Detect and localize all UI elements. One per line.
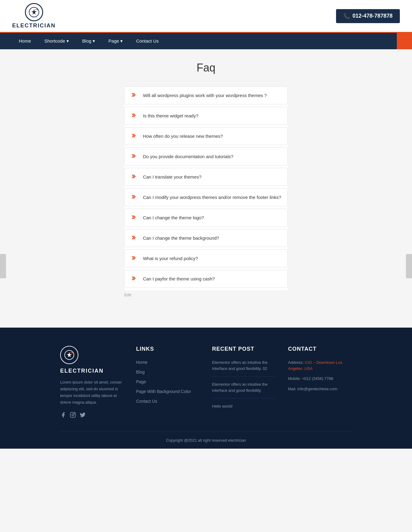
faq-chevron-icon-10	[131, 275, 138, 283]
instagram-icon[interactable]	[70, 412, 76, 419]
faq-item-7[interactable]: Can I change the theme logo?	[124, 209, 287, 227]
faq-question-2: Is this theme widget ready?	[143, 113, 198, 118]
faq-chevron-icon-2	[131, 112, 138, 120]
faq-chevron-icon-8	[131, 234, 138, 242]
footer-link-page-bg[interactable]: Page With Background Color	[136, 389, 200, 394]
footer-social	[60, 412, 124, 419]
faq-chevron-icon-3	[131, 132, 138, 140]
footer-col-links: LINKS Home Blog Page Page With Backgroun…	[136, 346, 200, 419]
footer-description: Lorem ipsum dolor sit amet, conser adipi…	[60, 379, 124, 406]
contact-mobile-label: Mobile:	[288, 376, 302, 381]
faq-item-5[interactable]: Can I translate your themes?	[124, 168, 287, 186]
faq-question-8: Can I change the theme background?	[143, 235, 219, 241]
svg-point-3	[72, 414, 74, 416]
phone-icon: 📞	[343, 13, 350, 19]
footer-link-contact[interactable]: Contact Us	[136, 398, 200, 404]
contact-mobile-value: +012 (3456) 7788	[302, 376, 333, 381]
faq-item-1[interactable]: Will all wordpress plugins work with you…	[124, 86, 287, 104]
nav-accent	[397, 33, 412, 49]
logo-text: ELECTRICIAN	[12, 23, 56, 29]
faq-chevron-icon-7	[131, 214, 138, 221]
footer-contact-title: CONTACT	[288, 346, 352, 352]
edit-link[interactable]: Edit	[124, 293, 287, 297]
faq-chevron-icon-1	[131, 92, 138, 99]
footer-links-list: Home Blog Page Page With Background Colo…	[136, 360, 200, 404]
footer-recent-title: RECENT POST	[212, 346, 276, 352]
contact-mail-value: info@gentechtree.com	[297, 387, 337, 391]
faq-question-1: Will all wordpress plugins work with you…	[143, 93, 267, 98]
faq-chevron-icon-5	[131, 173, 138, 181]
svg-point-4	[74, 413, 75, 414]
nav-item-page[interactable]: Page ▾	[102, 33, 129, 49]
faq-section: Will all wordpress plugins work with you…	[124, 86, 287, 290]
nav-item-blog[interactable]: Blog ▾	[76, 33, 102, 49]
faq-item-9[interactable]: What is your refund policy?	[124, 249, 287, 267]
footer-col-brand: ELECTRICIAN Lorem ipsum dolor sit amet, …	[60, 346, 124, 419]
faq-question-10: Can I payfor the theme using cash?	[143, 276, 215, 281]
contact-address: Address: C42 – Downtown Los Angeles ,USA	[288, 360, 352, 371]
faq-question-4: Do you provide documentation and tutoria…	[143, 154, 233, 159]
contact-mail-label: Mail:	[288, 387, 297, 391]
faq-item-2[interactable]: Is this theme widget ready?	[124, 107, 287, 125]
phone-button[interactable]: 📞 012-478-787878	[336, 9, 400, 23]
footer-logo-text: ELECTRICIAN	[60, 368, 124, 374]
footer-grid: ELECTRICIAN Lorem ipsum dolor sit amet, …	[60, 346, 352, 419]
faq-item-8[interactable]: Can I change the theme background?	[124, 229, 287, 247]
footer: ELECTRICIAN Lorem ipsum dolor sit amet, …	[0, 328, 412, 449]
faq-question-6: Can I modify your wordpress themes and/o…	[143, 195, 281, 200]
nav-item-shortcode[interactable]: Shortcode ▾	[38, 33, 76, 49]
page-wrapper: Faq Will all wordpress plugins work with…	[0, 49, 412, 309]
footer-copyright: Copyright @2021 all right reserved elect…	[12, 438, 400, 443]
svg-rect-2	[70, 412, 76, 418]
logo-area: ELECTRICIAN	[12, 3, 56, 29]
faq-chevron-icon-9	[131, 255, 138, 262]
page-title: Faq	[124, 61, 287, 74]
faq-question-5: Can I translate your themes?	[143, 174, 201, 179]
contact-mobile: Mobile: +012 (3456) 7788	[288, 376, 352, 382]
facebook-icon[interactable]	[60, 412, 66, 419]
faq-question-9: What is your refund policy?	[143, 256, 198, 261]
main-content: Faq Will all wordpress plugins work with…	[118, 49, 294, 309]
footer-col-recent: RECENT POST Elementor offers an intuitiv…	[212, 346, 276, 419]
footer-col-contact: CONTACT Address: C42 – Downtown Los Ange…	[288, 346, 352, 419]
phone-number: 012-478-787878	[352, 13, 393, 19]
navigation: Home Shortcode ▾ Blog ▾ Page ▾ Contact U…	[0, 33, 412, 49]
footer-link-blog[interactable]: Blog	[136, 369, 200, 375]
nav-item-contact[interactable]: Contact Us	[129, 33, 165, 49]
footer-links-title: LINKS	[136, 346, 200, 352]
footer-logo-icon	[60, 346, 78, 364]
faq-item-4[interactable]: Do you provide documentation and tutoria…	[124, 148, 287, 165]
recent-post-2[interactable]: Elementor offers an intuitive the interf…	[212, 381, 276, 398]
recent-post-3[interactable]: Hello world!	[212, 403, 276, 414]
faq-item-6[interactable]: Can I modify your wordpress themes and/o…	[124, 188, 287, 206]
footer-divider	[60, 432, 352, 432]
faq-chevron-icon-6	[131, 193, 138, 201]
contact-address-label: Address:	[288, 360, 305, 365]
nav-item-home[interactable]: Home	[12, 33, 38, 49]
twitter-icon[interactable]	[80, 412, 86, 419]
faq-question-3: How often do you release new themes?	[143, 134, 223, 139]
nav-list: Home Shortcode ▾ Blog ▾ Page ▾ Contact U…	[12, 33, 165, 49]
faq-chevron-icon-4	[131, 153, 138, 160]
footer-link-home[interactable]: Home	[136, 360, 200, 365]
faq-question-7: Can I change the theme logo?	[143, 215, 204, 220]
recent-post-1[interactable]: Elementor offers an intuitive the interf…	[212, 360, 276, 377]
side-tab-left	[0, 254, 6, 278]
side-tab-right	[406, 254, 412, 278]
logo-icon	[25, 3, 43, 21]
footer-link-page[interactable]: Page	[136, 379, 200, 384]
faq-item-3[interactable]: How often do you release new themes?	[124, 127, 287, 145]
contact-mail: Mail: info@gentechtree.com	[288, 386, 352, 392]
header: ELECTRICIAN 📞 012-478-787878	[0, 0, 412, 33]
faq-item-10[interactable]: Can I payfor the theme using cash?	[124, 270, 287, 288]
